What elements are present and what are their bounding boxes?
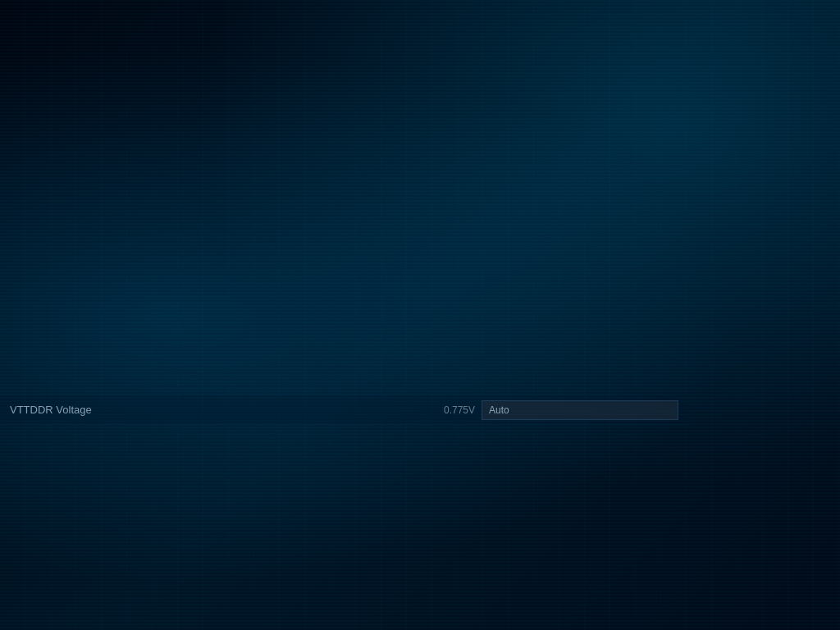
label-vttddr: VTTDDR Voltage [10, 404, 426, 416]
row-vttddr: VTTDDR Voltage 0.775V [0, 395, 688, 425]
input-vttddr[interactable] [482, 400, 678, 420]
control-vttddr [482, 400, 678, 420]
value-vttddr: 0.775V [426, 404, 475, 416]
